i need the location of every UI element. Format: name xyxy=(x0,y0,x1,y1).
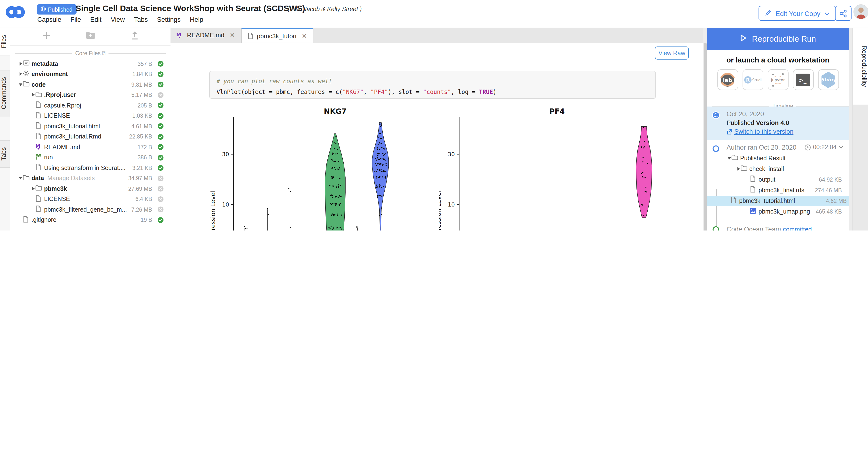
menu-item-tabs[interactable]: Tabs xyxy=(134,16,148,23)
violin-figure: NKG7131030Expression Level012345678Ident… xyxy=(204,103,688,230)
help-icon[interactable]: ⍰ xyxy=(99,230,102,230)
file-row[interactable]: pbmc3k27.69 MB xyxy=(10,184,170,194)
caret-down-icon[interactable] xyxy=(726,155,732,161)
file-row[interactable]: capsule.Rproj205 B xyxy=(10,100,170,111)
workstation-jupyterlab-button[interactable]: lab xyxy=(717,69,738,90)
caret-right-icon[interactable] xyxy=(18,61,23,67)
caret-right-icon[interactable] xyxy=(18,71,23,78)
edit-your-copy-button[interactable]: Edit Your Copy xyxy=(758,6,836,21)
tab-readme.md[interactable]: MREADME.md✕ xyxy=(170,28,241,42)
file-size: 1.03 KB xyxy=(132,113,152,119)
result-row[interactable]: pbmc3k_final.rds274.46 MB xyxy=(726,185,844,195)
gear-icon xyxy=(23,70,31,78)
upload-button[interactable] xyxy=(131,31,138,41)
file-row[interactable]: LICENSE6.4 KB xyxy=(10,194,170,204)
workstation-shiny-button[interactable]: Shiny xyxy=(818,69,839,90)
avatar[interactable] xyxy=(854,4,868,19)
reproducible-run-button[interactable]: Reproducible Run xyxy=(707,28,848,50)
globe-icon xyxy=(712,112,720,119)
workstation-terminal-button[interactable]: >_ xyxy=(793,69,813,90)
caret-down-icon[interactable] xyxy=(18,175,23,182)
caret-right-icon[interactable] xyxy=(31,185,35,192)
status-ok-icon xyxy=(157,123,164,131)
caret-right-icon[interactable] xyxy=(736,165,741,172)
file-row[interactable]: MREADME.md172 B xyxy=(10,142,170,152)
sidebar-tab-commands[interactable]: Commands xyxy=(0,70,10,117)
result-row[interactable]: check_install xyxy=(726,163,844,174)
status-na-icon xyxy=(157,196,164,204)
file-size: 27.69 MB xyxy=(128,186,152,192)
sidebar-tab-tabs[interactable]: Tabs xyxy=(0,140,10,168)
caret-right-icon[interactable] xyxy=(31,92,35,98)
new-folder-button[interactable] xyxy=(86,31,96,41)
manage-datasets-label[interactable]: Manage Datasets xyxy=(47,175,95,182)
result-row[interactable]: pbmc3k_umap.png465.48 KB xyxy=(726,206,844,217)
add-file-button[interactable] xyxy=(42,31,51,42)
close-icon[interactable]: ✕ xyxy=(302,32,307,39)
workstation-rstudio-button[interactable]: RStudio xyxy=(742,69,763,90)
switch-version-link[interactable]: Switch to this version xyxy=(726,128,794,135)
commit-author: Code Ocean Team committed xyxy=(726,224,844,230)
terminal-icon: >_ xyxy=(795,72,811,87)
file-row[interactable]: pbmc3k_tutorial.html4.61 MB xyxy=(10,121,170,131)
run-header[interactable]: Author ran Oct 20, 202000:22:04 xyxy=(726,144,844,151)
file-size: 34.97 MB xyxy=(128,176,152,181)
file-row[interactable]: run386 B xyxy=(10,152,170,163)
caret-down-icon[interactable] xyxy=(18,81,23,88)
sidebar-tab-files[interactable]: Files xyxy=(0,28,10,56)
share-button[interactable] xyxy=(835,6,851,21)
result-row[interactable]: output64.92 KB xyxy=(726,174,844,185)
close-icon[interactable]: ✕ xyxy=(230,31,235,39)
file-row[interactable]: Using sctransform in Seurat....3.21 KB xyxy=(10,163,170,173)
code-line: VlnPlot(object = pbmc, features = c("NKG… xyxy=(217,87,649,97)
menu-item-settings[interactable]: Settings xyxy=(157,16,181,23)
file-toolbar xyxy=(10,28,170,45)
svg-text:Expression Level: Expression Level xyxy=(210,191,217,230)
svg-text:R: R xyxy=(746,77,750,83)
menu-item-file[interactable]: File xyxy=(70,16,81,23)
menu-item-help[interactable]: Help xyxy=(190,16,204,23)
committed-link[interactable]: committed xyxy=(783,225,812,230)
workstation-jupyter-button[interactable]: jupyter xyxy=(768,69,788,90)
code-token: TRUE xyxy=(479,89,493,95)
file-row[interactable]: metadata357 B xyxy=(10,59,170,69)
status-ok-icon xyxy=(157,144,164,152)
file-name: capsule.Rproj xyxy=(44,102,81,109)
code-ocean-logo[interactable] xyxy=(6,5,25,21)
menu-item-edit[interactable]: Edit xyxy=(90,16,102,23)
timeline-scrollbar[interactable] xyxy=(848,28,852,230)
file-name: Using sctransform in Seurat.... xyxy=(44,165,125,172)
file-row[interactable]: dataManage Datasets34.97 MB xyxy=(10,173,170,184)
code-token: ), slot = xyxy=(388,89,423,95)
file-row[interactable]: LICENSE1.03 KB xyxy=(10,111,170,121)
view-raw-button[interactable]: View Raw xyxy=(655,47,689,60)
globe-icon xyxy=(41,6,46,12)
file-size: 5.17 MB xyxy=(131,92,152,98)
status-ok-icon xyxy=(157,102,164,110)
code-token: "counts" xyxy=(423,89,451,95)
file-row[interactable]: code9.81 MB xyxy=(10,80,170,90)
menu-item-view[interactable]: View xyxy=(111,16,125,23)
svg-text:PF4: PF4 xyxy=(549,107,564,116)
status-na-icon xyxy=(157,175,164,183)
file-row[interactable]: .gitignore19 B xyxy=(10,215,170,225)
help-icon[interactable]: ⍰ xyxy=(102,50,105,56)
file-row[interactable]: pbmc3k_tutorial.Rmd22.85 KB xyxy=(10,131,170,142)
file-row[interactable]: .Rproj.user5.17 MB xyxy=(10,90,170,100)
file-name: LICENSE xyxy=(44,113,70,119)
result-size: 64.92 KB xyxy=(819,177,842,182)
file-row[interactable]: pbmc3k_filtered_gene_bc_m...7.26 MB xyxy=(10,204,170,215)
menu-item-capsule[interactable]: Capsule xyxy=(37,16,61,23)
tab-reproducibility[interactable]: Reproducibility xyxy=(853,28,868,105)
result-row[interactable]: pbmc3k_tutorial.html4.62 MB xyxy=(707,195,848,206)
result-row[interactable]: Published Result xyxy=(726,153,844,163)
file-row[interactable]: environment1.84 KB xyxy=(10,69,170,80)
result-name: output xyxy=(758,176,775,183)
code-token: VlnPlot(object = pbmc, features = c( xyxy=(217,89,342,95)
editor-vertical-scrollbar-thumb[interactable] xyxy=(704,42,707,230)
capsule-title: Single Cell Data Science WorkShop with S… xyxy=(75,4,305,13)
svg-text:Shiny: Shiny xyxy=(821,76,837,82)
chevron-down-icon[interactable] xyxy=(838,145,844,149)
tab-pbmc3k_tutori[interactable]: pbmc3k_tutori✕ xyxy=(241,28,313,42)
core-files-divider: Core Files ⍰ xyxy=(15,50,166,57)
